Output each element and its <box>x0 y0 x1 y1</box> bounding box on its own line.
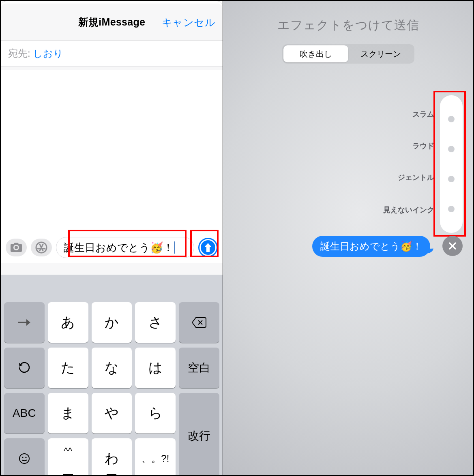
key-space[interactable]: 空白 <box>179 348 219 388</box>
undo-icon <box>19 362 30 374</box>
key-wa[interactable]: わ <box>92 438 132 475</box>
highlight-send <box>190 230 219 257</box>
recipient-name: しおり <box>33 48 63 59</box>
svg-point-3 <box>25 457 26 458</box>
message-bubble: 誕生日おめでとう🥳！ <box>312 236 430 257</box>
effect-loud-label: ラウド <box>412 141 434 151</box>
cancel-button[interactable]: キャンセル <box>162 4 216 41</box>
svg-point-2 <box>22 457 23 458</box>
key-kana-small[interactable]: ^^ <box>48 438 88 475</box>
effect-invisible-label: 見えないインク <box>383 205 434 215</box>
key-ha[interactable]: は <box>135 348 176 388</box>
key-return[interactable]: 改行 <box>179 393 219 475</box>
recipient-row[interactable]: 宛先: しおり <box>1 41 223 66</box>
key-punct[interactable]: 、。?! <box>135 438 176 475</box>
recipient-label: 宛先: <box>8 48 33 59</box>
compose-screen: 新規iMessage キャンセル 宛先: しおり 誕生日おめでとう🥳！ <box>1 1 223 475</box>
key-na[interactable]: な <box>92 348 132 388</box>
key-ma[interactable]: ま <box>48 393 88 433</box>
key-a[interactable]: あ <box>48 302 88 343</box>
highlight-effect-rail <box>433 91 466 237</box>
segment-screen[interactable]: スクリーン <box>348 45 413 62</box>
effect-gentle-label: ジェントル <box>398 173 434 182</box>
smile-icon <box>18 453 30 465</box>
effects-screen: エフェクトをつけて送信 吹き出し スクリーン スラム ラウド ジェントル 見えな… <box>223 1 473 475</box>
key-abc[interactable]: ABC <box>4 393 45 433</box>
key-ka[interactable]: か <box>92 302 132 343</box>
key-delete[interactable] <box>179 302 219 343</box>
nav-bar: 新規iMessage キャンセル <box>1 4 223 41</box>
segment-control[interactable]: 吹き出し スクリーン <box>282 44 414 64</box>
highlight-input <box>68 230 187 257</box>
app-store-icon <box>35 241 47 254</box>
backspace-icon <box>192 317 206 328</box>
key-undo[interactable] <box>4 348 45 388</box>
nav-title: 新規iMessage <box>78 15 146 29</box>
key-ta[interactable]: た <box>48 348 88 388</box>
bubble-text: 誕生日おめでとう🥳！ <box>320 240 422 253</box>
key-emoji[interactable] <box>4 438 45 475</box>
effects-title: エフェクトをつけて送信 <box>223 1 473 34</box>
key-next[interactable] <box>4 302 45 343</box>
svg-point-1 <box>19 454 29 463</box>
close-icon <box>448 241 457 250</box>
key-ya[interactable]: や <box>92 393 132 433</box>
key-sa[interactable]: さ <box>135 302 176 343</box>
keyboard: あ か さ た な は 空白 <box>1 275 223 475</box>
segment-bubble[interactable]: 吹き出し <box>283 45 348 62</box>
arrow-right-icon <box>18 319 30 326</box>
close-button[interactable] <box>442 236 463 256</box>
effect-slam-label: スラム <box>412 109 434 119</box>
key-ra[interactable]: ら <box>135 393 176 433</box>
app-store-button[interactable] <box>31 239 52 256</box>
camera-button[interactable] <box>6 239 27 256</box>
camera-icon <box>10 243 22 252</box>
